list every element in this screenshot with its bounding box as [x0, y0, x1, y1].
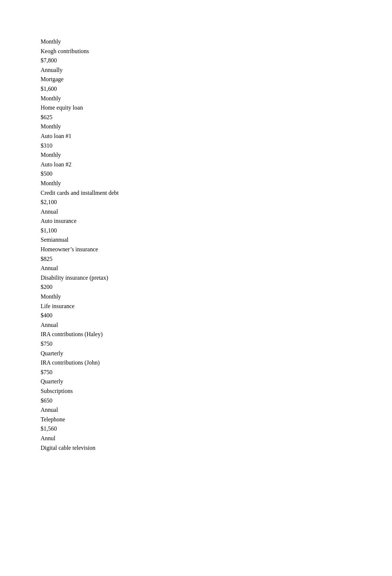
text-line: Annul [41, 434, 392, 443]
text-line: Subscriptions [41, 386, 392, 396]
text-line: Credit cards and installment debt [41, 188, 392, 198]
text-line: $310 [41, 141, 392, 151]
text-line: Monthly [41, 94, 392, 103]
text-line: Telephone [41, 415, 392, 424]
text-line: Annual [41, 320, 392, 330]
text-line: $1,600 [41, 84, 392, 94]
text-line: Annual [41, 207, 392, 217]
text-line: Quarterly [41, 377, 392, 386]
text-line: Digital cable television [41, 443, 392, 453]
text-line: $625 [41, 113, 392, 122]
text-line: Auto loan #2 [41, 160, 392, 169]
text-line: $400 [41, 311, 392, 320]
text-line: $750 [41, 339, 392, 349]
text-line: $650 [41, 396, 392, 406]
text-line: Monthly [41, 292, 392, 301]
text-line: Mortgage [41, 75, 392, 84]
text-line: $500 [41, 169, 392, 179]
text-line: Annual [41, 405, 392, 415]
text-line: $750 [41, 368, 392, 377]
text-line: Life insurance [41, 301, 392, 311]
text-line: Monthly [41, 179, 392, 188]
text-line: Auto insurance [41, 216, 392, 226]
text-line: $1,100 [41, 226, 392, 235]
text-line: Monthly [41, 37, 392, 46]
text-line: $825 [41, 254, 392, 264]
text-line: $2,100 [41, 197, 392, 207]
text-line: IRA contributions (Haley) [41, 330, 392, 339]
text-line: Annually [41, 65, 392, 75]
main-content: MonthlyKeogh contributions$7,800Annually… [0, 0, 392, 452]
text-line: Quarterly [41, 349, 392, 358]
text-line: Monthly [41, 122, 392, 131]
text-line: Monthly [41, 150, 392, 160]
text-line: Home equity loan [41, 103, 392, 113]
text-line: Keogh contributions [41, 46, 392, 56]
text-line: Auto loan #1 [41, 131, 392, 141]
text-line: $1,560 [41, 424, 392, 434]
text-line: Annual [41, 263, 392, 273]
text-line: Semiannual [41, 235, 392, 245]
text-line: $7,800 [41, 56, 392, 65]
text-line: Homeowner’s insurance [41, 245, 392, 254]
text-line: IRA contributions (John) [41, 358, 392, 368]
text-line: $200 [41, 282, 392, 292]
text-line: Disability insurance (pretax) [41, 273, 392, 283]
